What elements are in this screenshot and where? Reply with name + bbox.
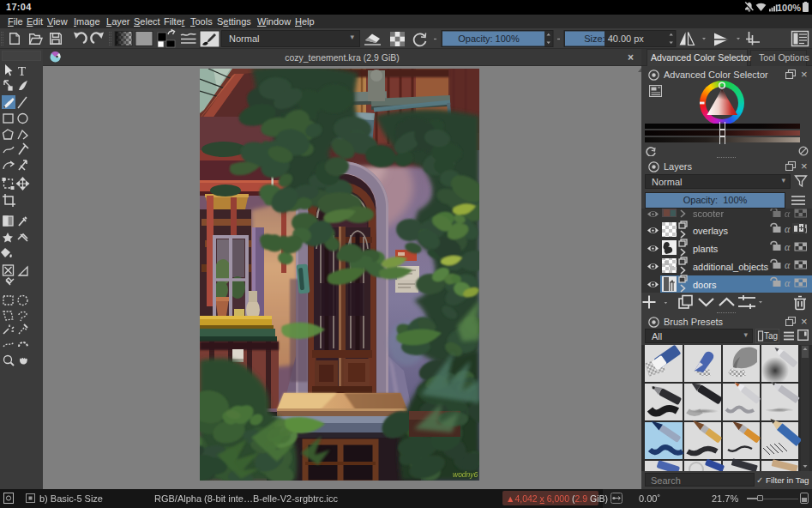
- svg-text:plants: plants: [693, 244, 719, 254]
- svg-text:wodny6: wodny6: [453, 470, 478, 479]
- svg-text:scooter: scooter: [693, 209, 724, 219]
- svg-text:overlays: overlays: [693, 226, 728, 236]
- svg-text:Opacity: 100%: Opacity: 100%: [458, 33, 520, 44]
- svg-text:doors: doors: [693, 280, 717, 290]
- svg-text:additional_objects: additional_objects: [693, 262, 769, 272]
- svg-text:T: T: [18, 64, 26, 78]
